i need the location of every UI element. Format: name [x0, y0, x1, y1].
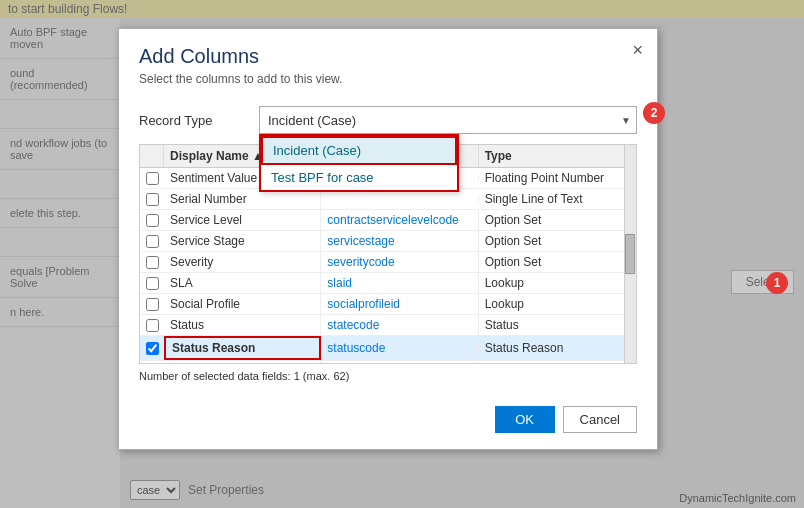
record-type-row: Record Type Incident (Case) Test BPF for…: [139, 106, 637, 134]
row-name: socialprofileid: [321, 294, 478, 314]
checkbox-service-stage[interactable]: [146, 235, 159, 248]
checkbox-social-profile[interactable]: [146, 298, 159, 311]
row-name: contractservicelevelcode: [321, 210, 478, 230]
row-display-name: Service Stage: [164, 231, 321, 251]
row-display-name: Severity: [164, 252, 321, 272]
row-checkbox[interactable]: [140, 295, 164, 314]
row-name: severitycode: [321, 252, 478, 272]
checkbox-severity[interactable]: [146, 256, 159, 269]
badge-1: 1: [766, 272, 788, 294]
row-type: Status Reason: [479, 338, 636, 358]
table-row: Social Profile socialprofileid Lookup: [140, 294, 636, 315]
checkbox-serial[interactable]: [146, 193, 159, 206]
table-scrollbar[interactable]: [624, 145, 636, 363]
row-checkbox[interactable]: [140, 339, 164, 358]
record-type-dropdown[interactable]: Incident (Case) Test BPF for case: [259, 106, 637, 134]
row-display-name: Serial Number: [164, 189, 321, 209]
modal-close-button[interactable]: ×: [632, 41, 643, 59]
table-row: Subject subjectid Lookup: [140, 361, 636, 364]
record-type-label: Record Type: [139, 113, 259, 128]
add-columns-modal: Add Columns Select the columns to add to…: [118, 28, 658, 450]
row-type: Floating Point Number: [479, 168, 636, 188]
row-display-name: SLA: [164, 273, 321, 293]
row-display-name: Status: [164, 315, 321, 335]
record-type-dropdown-wrapper: Incident (Case) Test BPF for case ▼ Inci…: [259, 106, 637, 134]
table-row: Service Stage servicestage Option Set: [140, 231, 636, 252]
table-row: Service Level contractservicelevelcode O…: [140, 210, 636, 231]
row-name: servicestage: [321, 231, 478, 251]
modal-subtitle: Select the columns to add to this view.: [139, 72, 637, 86]
row-checkbox[interactable]: [140, 362, 164, 365]
dropdown-popup: Incident (Case) Test BPF for case: [259, 134, 459, 192]
modal-footer: OK Cancel: [119, 398, 657, 449]
header-type: Type: [479, 145, 636, 167]
row-checkbox[interactable]: [140, 232, 164, 251]
row-type: Lookup: [479, 273, 636, 293]
row-checkbox[interactable]: [140, 316, 164, 335]
row-type: Status: [479, 315, 636, 335]
row-display-name: Status Reason: [164, 336, 321, 360]
checkbox-status-reason[interactable]: [146, 342, 159, 355]
row-type: Single Line of Text: [479, 189, 636, 209]
cancel-button[interactable]: Cancel: [563, 406, 637, 433]
ok-button[interactable]: OK: [495, 406, 555, 433]
badge-2: 2: [643, 102, 665, 124]
row-type: Option Set: [479, 210, 636, 230]
table-row: Severity severitycode Option Set: [140, 252, 636, 273]
row-type: Lookup: [479, 361, 636, 364]
checkbox-status[interactable]: [146, 319, 159, 332]
watermark: DynamicTechIgnite.com: [679, 492, 796, 504]
row-name: slaid: [321, 273, 478, 293]
row-display-name: Subject: [164, 361, 321, 364]
row-name: subjectid: [321, 361, 478, 364]
row-checkbox[interactable]: [140, 169, 164, 188]
table-row-status-reason: Status Reason statuscode Status Reason 3: [140, 336, 636, 361]
table-row: SLA slaid Lookup: [140, 273, 636, 294]
scrollbar-thumb[interactable]: [625, 234, 635, 274]
row-display-name: Service Level: [164, 210, 321, 230]
checkbox-sentiment[interactable]: [146, 172, 159, 185]
modal-header: Add Columns Select the columns to add to…: [119, 29, 657, 94]
row-name: [321, 196, 478, 202]
header-checkbox: [140, 145, 164, 167]
row-checkbox[interactable]: [140, 253, 164, 272]
table-row: Status statecode Status: [140, 315, 636, 336]
row-checkbox[interactable]: [140, 274, 164, 293]
table-row: Serial Number Single Line of Text: [140, 189, 636, 210]
modal-title: Add Columns: [139, 45, 637, 68]
row-name: statecode: [321, 315, 478, 335]
row-checkbox[interactable]: [140, 190, 164, 209]
row-type: Option Set: [479, 231, 636, 251]
row-checkbox[interactable]: [140, 211, 164, 230]
dropdown-option-testbpf[interactable]: Test BPF for case: [261, 165, 457, 190]
row-display-name: Social Profile: [164, 294, 321, 314]
modal-body: Record Type Incident (Case) Test BPF for…: [119, 94, 657, 398]
row-name: statuscode: [321, 338, 478, 358]
status-bar: Number of selected data fields: 1 (max. …: [139, 364, 637, 386]
checkbox-sla[interactable]: [146, 277, 159, 290]
row-type: Option Set: [479, 252, 636, 272]
dropdown-option-incident[interactable]: Incident (Case): [261, 136, 457, 165]
checkbox-service-level[interactable]: [146, 214, 159, 227]
row-type: Lookup: [479, 294, 636, 314]
